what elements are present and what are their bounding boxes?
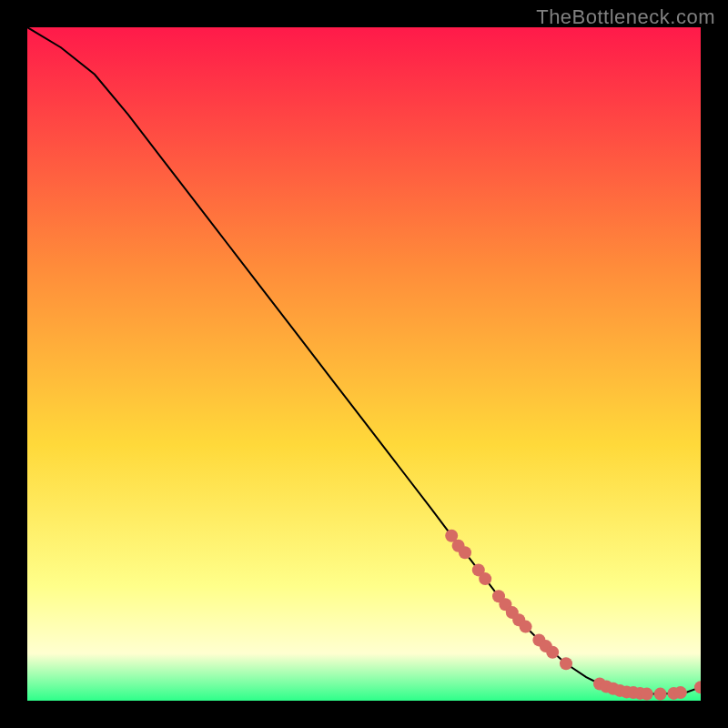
chart-marker [479, 572, 491, 585]
chart-marker [654, 688, 667, 701]
chart-marker [546, 646, 559, 659]
chart-marker [560, 657, 572, 670]
bottleneck-chart [27, 27, 701, 701]
site-watermark: TheBottleneck.com [536, 5, 715, 29]
chart-marker [641, 688, 653, 701]
chart-marker [674, 686, 687, 699]
chart-background [27, 27, 701, 701]
chart-marker [459, 546, 471, 559]
chart-marker [520, 621, 532, 633]
